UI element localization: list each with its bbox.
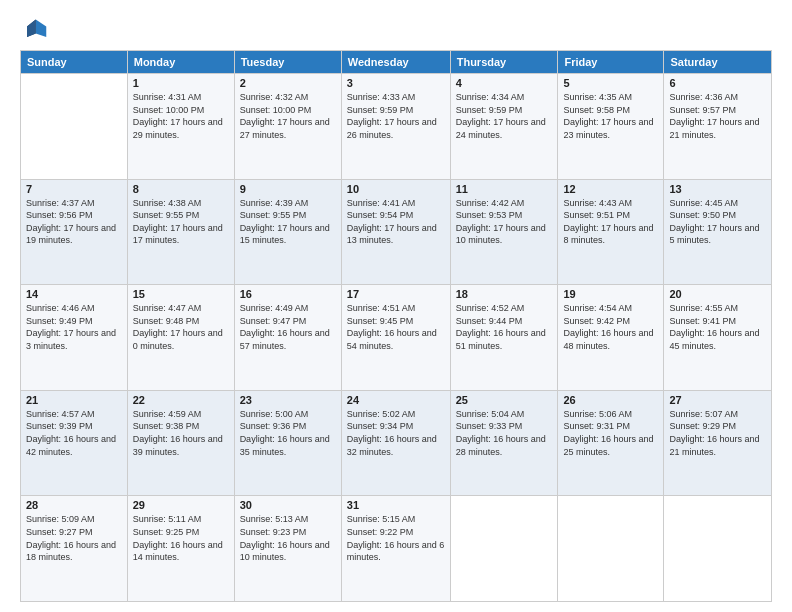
day-number: 17: [347, 288, 445, 300]
calendar-header-sunday: Sunday: [21, 51, 128, 74]
calendar-header-friday: Friday: [558, 51, 664, 74]
day-number: 21: [26, 394, 122, 406]
calendar-cell: 11Sunrise: 4:42 AMSunset: 9:53 PMDayligh…: [450, 179, 558, 285]
calendar-cell: 18Sunrise: 4:52 AMSunset: 9:44 PMDayligh…: [450, 285, 558, 391]
calendar-cell: 1Sunrise: 4:31 AMSunset: 10:00 PMDayligh…: [127, 74, 234, 180]
day-info: Sunrise: 5:04 AMSunset: 9:33 PMDaylight:…: [456, 408, 553, 458]
calendar-header-monday: Monday: [127, 51, 234, 74]
calendar-cell: 2Sunrise: 4:32 AMSunset: 10:00 PMDayligh…: [234, 74, 341, 180]
day-number: 23: [240, 394, 336, 406]
day-info: Sunrise: 4:33 AMSunset: 9:59 PMDaylight:…: [347, 91, 445, 141]
calendar-cell: 15Sunrise: 4:47 AMSunset: 9:48 PMDayligh…: [127, 285, 234, 391]
calendar-cell: 6Sunrise: 4:36 AMSunset: 9:57 PMDaylight…: [664, 74, 772, 180]
day-info: Sunrise: 5:15 AMSunset: 9:22 PMDaylight:…: [347, 513, 445, 563]
day-number: 13: [669, 183, 766, 195]
day-number: 11: [456, 183, 553, 195]
calendar-cell: 27Sunrise: 5:07 AMSunset: 9:29 PMDayligh…: [664, 390, 772, 496]
calendar-week-2: 7Sunrise: 4:37 AMSunset: 9:56 PMDaylight…: [21, 179, 772, 285]
day-info: Sunrise: 5:11 AMSunset: 9:25 PMDaylight:…: [133, 513, 229, 563]
day-info: Sunrise: 5:09 AMSunset: 9:27 PMDaylight:…: [26, 513, 122, 563]
day-info: Sunrise: 4:37 AMSunset: 9:56 PMDaylight:…: [26, 197, 122, 247]
calendar-cell: 7Sunrise: 4:37 AMSunset: 9:56 PMDaylight…: [21, 179, 128, 285]
day-info: Sunrise: 4:35 AMSunset: 9:58 PMDaylight:…: [563, 91, 658, 141]
day-number: 12: [563, 183, 658, 195]
day-info: Sunrise: 4:32 AMSunset: 10:00 PMDaylight…: [240, 91, 336, 141]
calendar-cell: 29Sunrise: 5:11 AMSunset: 9:25 PMDayligh…: [127, 496, 234, 602]
day-info: Sunrise: 5:00 AMSunset: 9:36 PMDaylight:…: [240, 408, 336, 458]
calendar-cell: 10Sunrise: 4:41 AMSunset: 9:54 PMDayligh…: [341, 179, 450, 285]
day-info: Sunrise: 4:34 AMSunset: 9:59 PMDaylight:…: [456, 91, 553, 141]
day-number: 3: [347, 77, 445, 89]
calendar-cell: 25Sunrise: 5:04 AMSunset: 9:33 PMDayligh…: [450, 390, 558, 496]
day-number: 8: [133, 183, 229, 195]
day-info: Sunrise: 4:36 AMSunset: 9:57 PMDaylight:…: [669, 91, 766, 141]
calendar-cell: 3Sunrise: 4:33 AMSunset: 9:59 PMDaylight…: [341, 74, 450, 180]
calendar-cell: 14Sunrise: 4:46 AMSunset: 9:49 PMDayligh…: [21, 285, 128, 391]
calendar-cell: 26Sunrise: 5:06 AMSunset: 9:31 PMDayligh…: [558, 390, 664, 496]
calendar-table: SundayMondayTuesdayWednesdayThursdayFrid…: [20, 50, 772, 602]
header: [20, 16, 772, 44]
day-number: 16: [240, 288, 336, 300]
day-number: 25: [456, 394, 553, 406]
calendar-cell: 31Sunrise: 5:15 AMSunset: 9:22 PMDayligh…: [341, 496, 450, 602]
calendar-cell: 21Sunrise: 4:57 AMSunset: 9:39 PMDayligh…: [21, 390, 128, 496]
day-number: 30: [240, 499, 336, 511]
day-number: 7: [26, 183, 122, 195]
calendar-cell: 17Sunrise: 4:51 AMSunset: 9:45 PMDayligh…: [341, 285, 450, 391]
day-info: Sunrise: 4:55 AMSunset: 9:41 PMDaylight:…: [669, 302, 766, 352]
calendar-cell: 4Sunrise: 4:34 AMSunset: 9:59 PMDaylight…: [450, 74, 558, 180]
logo-icon: [20, 16, 48, 44]
calendar-cell: 28Sunrise: 5:09 AMSunset: 9:27 PMDayligh…: [21, 496, 128, 602]
day-number: 5: [563, 77, 658, 89]
day-number: 26: [563, 394, 658, 406]
day-number: 20: [669, 288, 766, 300]
day-info: Sunrise: 4:47 AMSunset: 9:48 PMDaylight:…: [133, 302, 229, 352]
day-info: Sunrise: 4:43 AMSunset: 9:51 PMDaylight:…: [563, 197, 658, 247]
day-number: 1: [133, 77, 229, 89]
calendar-cell: 22Sunrise: 4:59 AMSunset: 9:38 PMDayligh…: [127, 390, 234, 496]
calendar-cell: 5Sunrise: 4:35 AMSunset: 9:58 PMDaylight…: [558, 74, 664, 180]
day-info: Sunrise: 5:07 AMSunset: 9:29 PMDaylight:…: [669, 408, 766, 458]
day-number: 9: [240, 183, 336, 195]
day-info: Sunrise: 5:06 AMSunset: 9:31 PMDaylight:…: [563, 408, 658, 458]
calendar-cell: 13Sunrise: 4:45 AMSunset: 9:50 PMDayligh…: [664, 179, 772, 285]
page: SundayMondayTuesdayWednesdayThursdayFrid…: [0, 0, 792, 612]
day-number: 31: [347, 499, 445, 511]
calendar-cell: 16Sunrise: 4:49 AMSunset: 9:47 PMDayligh…: [234, 285, 341, 391]
day-number: 15: [133, 288, 229, 300]
day-number: 28: [26, 499, 122, 511]
calendar-cell: 19Sunrise: 4:54 AMSunset: 9:42 PMDayligh…: [558, 285, 664, 391]
calendar-cell: 9Sunrise: 4:39 AMSunset: 9:55 PMDaylight…: [234, 179, 341, 285]
day-info: Sunrise: 4:52 AMSunset: 9:44 PMDaylight:…: [456, 302, 553, 352]
calendar-cell: 23Sunrise: 5:00 AMSunset: 9:36 PMDayligh…: [234, 390, 341, 496]
day-number: 6: [669, 77, 766, 89]
calendar-cell: [558, 496, 664, 602]
day-info: Sunrise: 5:13 AMSunset: 9:23 PMDaylight:…: [240, 513, 336, 563]
calendar-header-thursday: Thursday: [450, 51, 558, 74]
calendar-week-3: 14Sunrise: 4:46 AMSunset: 9:49 PMDayligh…: [21, 285, 772, 391]
day-info: Sunrise: 4:45 AMSunset: 9:50 PMDaylight:…: [669, 197, 766, 247]
day-info: Sunrise: 5:02 AMSunset: 9:34 PMDaylight:…: [347, 408, 445, 458]
day-number: 18: [456, 288, 553, 300]
calendar-cell: 8Sunrise: 4:38 AMSunset: 9:55 PMDaylight…: [127, 179, 234, 285]
calendar-week-4: 21Sunrise: 4:57 AMSunset: 9:39 PMDayligh…: [21, 390, 772, 496]
calendar-cell: [450, 496, 558, 602]
day-info: Sunrise: 4:54 AMSunset: 9:42 PMDaylight:…: [563, 302, 658, 352]
day-number: 2: [240, 77, 336, 89]
calendar-cell: [21, 74, 128, 180]
calendar-cell: 24Sunrise: 5:02 AMSunset: 9:34 PMDayligh…: [341, 390, 450, 496]
day-number: 27: [669, 394, 766, 406]
day-info: Sunrise: 4:57 AMSunset: 9:39 PMDaylight:…: [26, 408, 122, 458]
day-info: Sunrise: 4:41 AMSunset: 9:54 PMDaylight:…: [347, 197, 445, 247]
day-info: Sunrise: 4:31 AMSunset: 10:00 PMDaylight…: [133, 91, 229, 141]
calendar-cell: 12Sunrise: 4:43 AMSunset: 9:51 PMDayligh…: [558, 179, 664, 285]
calendar-week-5: 28Sunrise: 5:09 AMSunset: 9:27 PMDayligh…: [21, 496, 772, 602]
calendar-cell: 20Sunrise: 4:55 AMSunset: 9:41 PMDayligh…: [664, 285, 772, 391]
day-info: Sunrise: 4:39 AMSunset: 9:55 PMDaylight:…: [240, 197, 336, 247]
calendar-header-row: SundayMondayTuesdayWednesdayThursdayFrid…: [21, 51, 772, 74]
calendar-cell: [664, 496, 772, 602]
day-number: 14: [26, 288, 122, 300]
day-info: Sunrise: 4:59 AMSunset: 9:38 PMDaylight:…: [133, 408, 229, 458]
calendar-header-saturday: Saturday: [664, 51, 772, 74]
day-number: 29: [133, 499, 229, 511]
